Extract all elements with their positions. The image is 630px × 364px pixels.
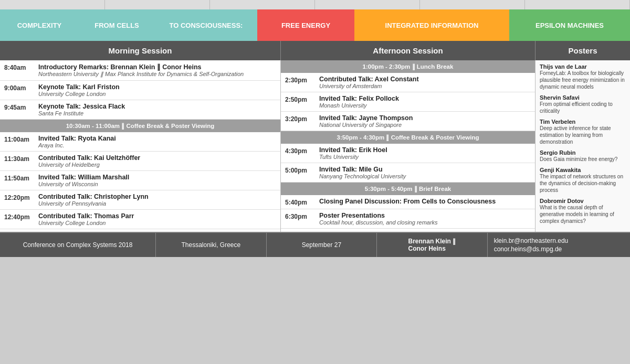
page-container: COMPLEXITYFROM CELLSTO CONSCIOUSNESS:FRE… bbox=[0, 0, 630, 257]
talk-cell: Keynote Talk: Karl Friston University Co… bbox=[38, 83, 276, 97]
talk-title: Closing Panel Discussion: From Cells to … bbox=[319, 198, 531, 205]
afternoon-break: 3:50pm - 4:30pm ‖ Coffee Break & Poster … bbox=[281, 131, 535, 144]
color-bar-to-consciousness: TO CONSCIOUSNESS: bbox=[155, 9, 257, 41]
talk-sub: University College London bbox=[38, 220, 276, 226]
morning-row: 9:45am Keynote Talk: Jessica Flack Santa… bbox=[0, 100, 280, 120]
afternoon-row: 2:50pm Invited Talk: Felix Pollock Monas… bbox=[281, 92, 535, 112]
talk-title: Contributed Talk: Kai Ueltzhöffer bbox=[38, 154, 276, 162]
time-cell: 5:00pm bbox=[285, 166, 319, 174]
talk-sub: University of Heidelberg bbox=[38, 162, 276, 168]
talk-title: Invited Talk: Ryota Kanai bbox=[38, 135, 276, 142]
talk-title: Contributed Talk: Axel Constant bbox=[319, 76, 531, 83]
talk-cell: Invited Talk: Jayne Thompson National Un… bbox=[319, 114, 531, 128]
section-headers: Morning Session Afternoon Session Poster… bbox=[0, 41, 630, 60]
talk-cell: Contributed Talk: Kai Ueltzhöffer Univer… bbox=[38, 154, 276, 168]
afternoon-row: 3:20pm Invited Talk: Jayne Thompson Nati… bbox=[281, 112, 535, 131]
afternoon-row: 5:00pm Invited Talk: Mile Gu Nanyang Tec… bbox=[281, 163, 535, 183]
color-bar-epsilon-machines: EPSILON MACHINES bbox=[509, 9, 630, 41]
morning-row: 11:00am Invited Talk: Ryota Kanai Araya … bbox=[0, 132, 280, 152]
talk-cell: Invited Talk: Felix Pollock Monash Unive… bbox=[319, 95, 531, 109]
poster-desc: ForneyLab: A toolbox for biologically pl… bbox=[540, 70, 626, 90]
poster-item: Sergio Rubin Does Gaia minimize free ene… bbox=[540, 149, 626, 163]
top-deco-bar bbox=[0, 0, 630, 9]
afternoon-header: Afternoon Session bbox=[281, 41, 536, 60]
afternoon-row: 6:30pm Poster Presentations Cocktail hou… bbox=[281, 209, 535, 229]
talk-title: Invited Talk: Jayne Thompson bbox=[319, 114, 531, 122]
morning-header: Morning Session bbox=[0, 41, 281, 60]
time-cell: 11:00am bbox=[4, 135, 38, 143]
morning-row: 11:50am Invited Talk: William Marshall U… bbox=[0, 171, 280, 190]
talk-cell: Contributed Talk: Thomas Parr University… bbox=[38, 212, 276, 226]
talk-title: Keynote Talk: Jessica Flack bbox=[38, 103, 276, 110]
poster-item: Thijs van de Laar ForneyLab: A toolbox f… bbox=[540, 63, 626, 90]
poster-desc: Deep active inference for state estimati… bbox=[540, 125, 626, 145]
posters-column: Thijs van de Laar ForneyLab: A toolbox f… bbox=[536, 60, 630, 232]
afternoon-break: 5:30pm - 5:40pm ‖ Brief Break bbox=[281, 183, 535, 195]
poster-item: Tim Verbelen Deep active inference for s… bbox=[540, 119, 626, 145]
talk-sub: Cocktail hour, discussion, and closing r… bbox=[319, 219, 531, 226]
poster-desc: From optimal efficient coding to critica… bbox=[540, 101, 626, 114]
footer-email2: conor.heins@ds.mpg.de bbox=[494, 245, 562, 253]
time-cell: 9:45am bbox=[4, 103, 38, 111]
afternoon-break: 1:00pm - 2:30pm ‖ Lunch Break bbox=[281, 60, 535, 73]
time-cell: 4:30pm bbox=[285, 146, 319, 155]
morning-break: 10:30am - 11:00am ‖ Coffee Break & Poste… bbox=[0, 120, 280, 132]
time-cell: 12:20pm bbox=[4, 193, 38, 201]
talk-cell: Closing Panel Discussion: From Cells to … bbox=[319, 198, 531, 205]
footer-conference: Conference on Complex Systems 2018 bbox=[0, 233, 156, 257]
poster-name: Dobromir Dotov bbox=[540, 198, 626, 204]
talk-cell: Introductory Remarks: Brennan Klein ‖ Co… bbox=[38, 63, 276, 78]
poster-item: Shervin Safavi From optimal efficient co… bbox=[540, 94, 626, 114]
talk-sub: Monash University bbox=[319, 102, 531, 109]
footer-date: September 27 bbox=[267, 233, 377, 257]
talk-sub: University of Amsterdam bbox=[319, 83, 531, 89]
talk-cell: Invited Talk: Erik Hoel Tufts University bbox=[319, 146, 531, 160]
talk-cell: Invited Talk: William Marshall Universit… bbox=[38, 174, 276, 187]
talk-sub: Araya Inc. bbox=[38, 142, 276, 148]
color-bar-complexity: COMPLEXITY bbox=[0, 9, 79, 41]
footer-location: Thessaloniki, Greece bbox=[156, 233, 267, 257]
time-cell: 5:40pm bbox=[285, 198, 319, 206]
talk-cell: Contributed Talk: Axel Constant Universi… bbox=[319, 76, 531, 89]
footer-organizers: Brennan Klein ‖ Conor Heins bbox=[377, 233, 488, 257]
footer-emails: klein.br@northeastern.edu conor.heins@ds… bbox=[488, 233, 630, 257]
talk-title: Invited Talk: Mile Gu bbox=[319, 166, 531, 173]
talk-title: Invited Talk: Erik Hoel bbox=[319, 146, 531, 154]
poster-name: Tim Verbelen bbox=[540, 119, 626, 125]
talk-title: Invited Talk: Felix Pollock bbox=[319, 95, 531, 102]
footer: Conference on Complex Systems 2018 Thess… bbox=[0, 232, 630, 257]
talk-title: Contributed Talk: Christopher Lynn bbox=[38, 193, 276, 200]
talk-title: Keynote Talk: Karl Friston bbox=[38, 83, 276, 91]
time-cell: 2:30pm bbox=[285, 76, 319, 84]
time-cell: 12:40pm bbox=[4, 212, 38, 221]
afternoon-row: 4:30pm Invited Talk: Erik Hoel Tufts Uni… bbox=[281, 144, 535, 163]
talk-sub: Tufts University bbox=[319, 154, 531, 160]
color-bar-free-energy: FREE ENERGY bbox=[257, 9, 354, 41]
talk-title: Contributed Talk: Thomas Parr bbox=[38, 212, 276, 220]
time-cell: 3:20pm bbox=[285, 114, 319, 123]
morning-row: 12:20pm Contributed Talk: Christopher Ly… bbox=[0, 190, 280, 210]
talk-sub: Northeastern University ‖ Max Planck Ins… bbox=[38, 71, 276, 78]
time-cell: 2:50pm bbox=[285, 95, 319, 103]
talk-title: Introductory Remarks: Brennan Klein ‖ Co… bbox=[38, 63, 276, 71]
talk-sub: University of Pennsylvania bbox=[38, 200, 276, 207]
talk-cell: Invited Talk: Mile Gu Nanyang Technologi… bbox=[319, 166, 531, 179]
talk-sub: University College London bbox=[38, 91, 276, 97]
talk-cell: Keynote Talk: Jessica Flack Santa Fe Ins… bbox=[38, 103, 276, 116]
poster-desc: What is the causal depth of generative m… bbox=[540, 204, 626, 224]
poster-desc: The impact of network structures on the … bbox=[540, 173, 626, 194]
time-cell: 9:00am bbox=[4, 83, 38, 92]
poster-name: Genji Kawakita bbox=[540, 167, 626, 173]
main-content: 8:40am Introductory Remarks: Brennan Kle… bbox=[0, 60, 630, 232]
talk-cell: Contributed Talk: Christopher Lynn Unive… bbox=[38, 193, 276, 207]
time-cell: 8:40am bbox=[4, 63, 38, 71]
poster-name: Sergio Rubin bbox=[540, 149, 626, 156]
morning-row: 12:40pm Contributed Talk: Thomas Parr Un… bbox=[0, 210, 280, 229]
afternoon-column: 1:00pm - 2:30pm ‖ Lunch Break 2:30pm Con… bbox=[281, 60, 536, 232]
talk-sub: National University of Singapore bbox=[319, 122, 531, 128]
poster-desc: Does Gaia minimize free energy? bbox=[540, 156, 626, 163]
time-cell: 6:30pm bbox=[285, 212, 319, 220]
color-bar-integrated-info: INTEGRATED INFORMATION bbox=[354, 9, 509, 41]
talk-sub: University of Wisconsin bbox=[38, 181, 276, 187]
poster-name: Thijs van de Laar bbox=[540, 63, 626, 70]
